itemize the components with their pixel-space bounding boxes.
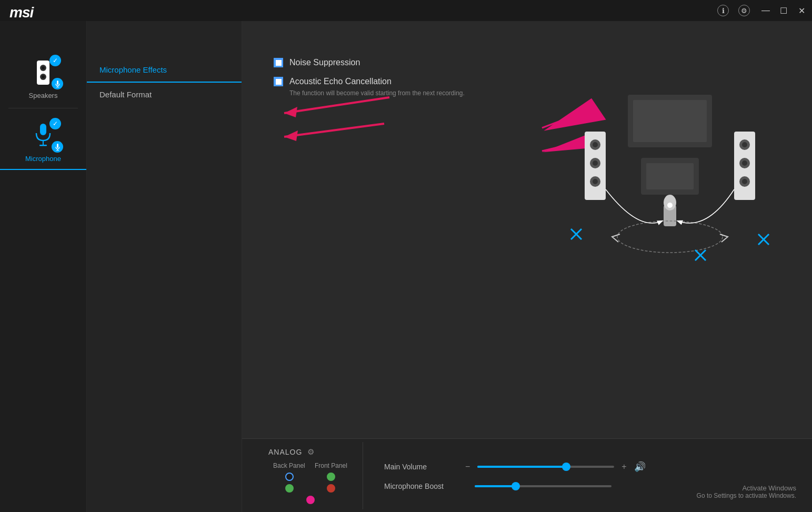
microphone-mic-badge: [52, 141, 63, 153]
sidebar-divider: [8, 108, 77, 108]
svg-rect-13: [56, 150, 59, 150]
close-button[interactable]: ✕: [796, 6, 807, 16]
svg-rect-0: [37, 61, 49, 85]
minimize-button[interactable]: —: [760, 6, 771, 15]
subnav-item-default-format[interactable]: Default Format: [87, 83, 242, 106]
svg-rect-8: [40, 124, 46, 135]
microphone-icon-wrapper: ✓: [27, 120, 59, 152]
main-volume-fill: [477, 466, 566, 468]
analog-section: ANALOG ⚙ Back Panel Front Panel: [258, 442, 363, 509]
main-volume-minus[interactable]: −: [465, 462, 470, 471]
svg-point-22: [593, 142, 598, 147]
microphone-boost-slider[interactable]: [475, 485, 611, 487]
acoustic-echo-checkbox[interactable]: [274, 77, 283, 86]
subnav: Microphone Effects Default Format: [87, 21, 242, 512]
front-panel-label: Front Panel: [315, 462, 347, 469]
main-volume-row: Main Volume − + 🔊: [384, 461, 775, 473]
speakers-check-badge: ✓: [49, 55, 61, 66]
speakers-mic-badge: [52, 78, 63, 89]
svg-point-2: [42, 66, 45, 69]
analog-gear-icon[interactable]: ⚙: [307, 447, 317, 457]
panel-dots: [268, 473, 352, 504]
main-volume-plus[interactable]: +: [621, 462, 626, 471]
back-panel-label: Back Panel: [273, 462, 305, 469]
activate-windows-line1: Activate Windows: [697, 484, 796, 492]
title-bar: msi ℹ ⚙ — ☐ ✕: [0, 0, 812, 21]
microphone-boost-fill: [475, 485, 516, 487]
volume-speaker-icon: 🔊: [634, 461, 646, 473]
speaker-diagram-svg: [559, 84, 780, 268]
main-content: Noise Suppression Acoustic Echo Cancella…: [242, 21, 812, 512]
svg-point-29: [742, 142, 747, 147]
panel-labels: Back Panel Front Panel: [268, 462, 352, 469]
dot-row-2: [268, 484, 352, 493]
activate-windows-line2: Go to Settings to activate Windows.: [697, 492, 796, 499]
svg-rect-11: [57, 144, 58, 148]
main-volume-thumb[interactable]: [562, 463, 570, 471]
bottom-bar: ANALOG ⚙ Back Panel Front Panel: [242, 438, 812, 512]
microphone-check-badge: ✓: [49, 118, 61, 129]
dot-row-1: [268, 473, 352, 481]
maximize-button[interactable]: ☐: [778, 6, 789, 16]
svg-rect-7: [56, 87, 59, 87]
svg-point-4: [42, 75, 45, 78]
msi-logo: msi: [9, 4, 33, 21]
activate-windows: Activate Windows Go to Settings to activ…: [697, 484, 796, 499]
dot-front-pink[interactable]: [327, 484, 335, 493]
microphone-boost-label: Microphone Boost: [384, 482, 458, 490]
content-area: Noise Suppression Acoustic Echo Cancella…: [242, 21, 812, 438]
dot-back-pink[interactable]: [306, 496, 315, 504]
title-bar-icons: ℹ ⚙: [717, 5, 750, 16]
analog-header: ANALOG ⚙: [268, 447, 352, 457]
speakers-icon-wrapper: ✓: [27, 57, 59, 88]
settings-icon[interactable]: ⚙: [738, 5, 750, 16]
diagram-area: [559, 84, 780, 268]
noise-suppression-checkbox[interactable]: [274, 58, 283, 67]
noise-suppression-item: Noise Suppression: [274, 58, 780, 67]
dot-back-green[interactable]: [285, 484, 294, 493]
svg-rect-6: [57, 86, 58, 87]
svg-rect-9: [43, 140, 44, 145]
svg-point-38: [667, 203, 673, 208]
svg-point-31: [742, 160, 747, 166]
svg-rect-19: [633, 100, 707, 142]
svg-rect-12: [57, 149, 58, 150]
noise-suppression-label: Noise Suppression: [289, 58, 360, 67]
acoustic-echo-label: Acoustic Echo Cancellation: [289, 77, 392, 86]
svg-point-33: [742, 179, 747, 184]
info-icon[interactable]: ℹ: [717, 5, 729, 16]
speakers-label: Speakers: [29, 92, 58, 99]
app-body: ✓ Speakers ✓: [0, 21, 812, 512]
dot-row-3: [268, 496, 352, 504]
main-volume-slider[interactable]: [477, 466, 614, 468]
svg-rect-10: [39, 145, 47, 146]
window-controls: — ☐ ✕: [760, 6, 807, 16]
sidebar: ✓ Speakers ✓: [0, 21, 87, 512]
main-volume-label: Main Volume: [384, 463, 458, 471]
sidebar-item-microphone[interactable]: ✓ Microphone: [0, 111, 86, 170]
dot-back-blue[interactable]: [285, 473, 294, 481]
svg-point-26: [593, 179, 598, 184]
microphone-label: Microphone: [25, 155, 61, 163]
analog-label: ANALOG: [268, 448, 302, 456]
dot-front-green[interactable]: [327, 473, 335, 481]
svg-rect-35: [646, 163, 694, 189]
subnav-item-microphone-effects[interactable]: Microphone Effects: [87, 58, 242, 83]
sidebar-item-speakers[interactable]: ✓ Speakers: [0, 47, 86, 106]
svg-rect-5: [57, 81, 58, 85]
svg-point-24: [593, 160, 598, 166]
microphone-boost-thumb[interactable]: [512, 482, 520, 490]
